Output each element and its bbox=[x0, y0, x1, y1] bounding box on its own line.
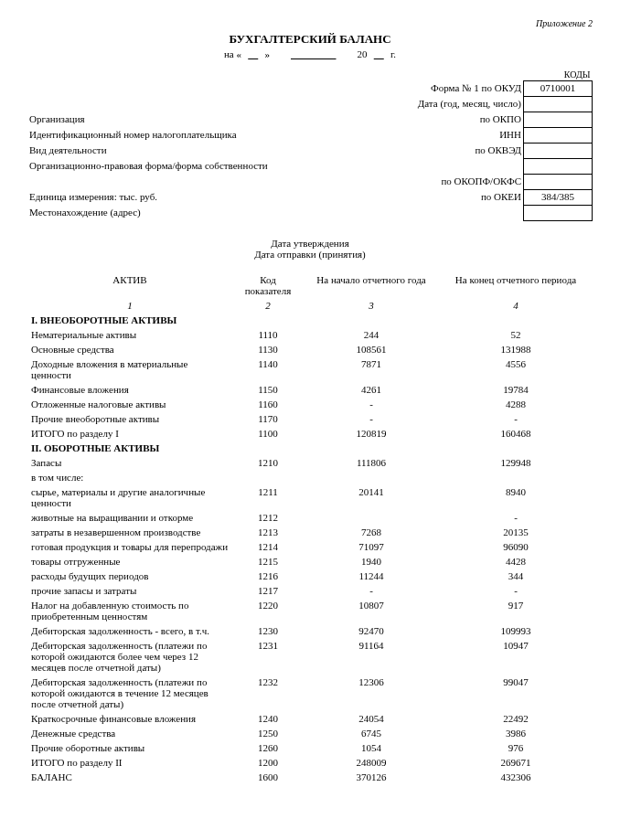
table-row: товары отгруженные121519404428 bbox=[27, 554, 593, 569]
row-code: 1110 bbox=[232, 327, 304, 342]
row-value-end: 269671 bbox=[439, 755, 593, 770]
table-row: Прочие оборотные активы12601054976 bbox=[27, 740, 593, 755]
row-code: 1214 bbox=[232, 539, 304, 554]
row-code: 1140 bbox=[232, 356, 304, 382]
row-code: 1130 bbox=[232, 342, 304, 356]
table-row: Отложенные налоговые активы1160-4288 bbox=[27, 397, 593, 411]
date-day-blank[interactable] bbox=[244, 48, 262, 59]
row-code: 1200 bbox=[232, 755, 304, 770]
row-value-end: - bbox=[439, 411, 593, 426]
row-name: животные на выращивании и откорме bbox=[27, 510, 232, 525]
row-value-end: 96090 bbox=[439, 539, 593, 554]
date-mid: » bbox=[265, 48, 271, 59]
row-value-end: 976 bbox=[439, 740, 593, 755]
meta-mid: по ОКВЭД bbox=[370, 144, 523, 159]
row-value-end: 4288 bbox=[439, 397, 593, 411]
row-name: Нематериальные активы bbox=[27, 327, 232, 342]
row-value-end: 3986 bbox=[439, 726, 593, 740]
meta-left: Единица измерения: тыс. руб. bbox=[27, 190, 370, 206]
table-row: Денежные средства125067453986 bbox=[27, 726, 593, 740]
meta-code-cell[interactable] bbox=[524, 175, 593, 190]
meta-code-cell[interactable] bbox=[524, 206, 593, 221]
row-code: 1230 bbox=[232, 623, 304, 638]
meta-left: Организация bbox=[27, 112, 370, 128]
meta-left bbox=[27, 81, 370, 97]
section-header: I. ВНЕОБОРОТНЫЕ АКТИВЫ bbox=[27, 313, 593, 327]
col-header-code: Код показателя bbox=[232, 272, 304, 298]
meta-left bbox=[27, 97, 370, 112]
codes-header: КОДЫ bbox=[524, 69, 593, 81]
row-value-start: 11244 bbox=[304, 569, 439, 583]
row-value-end: 20135 bbox=[439, 525, 593, 539]
row-code: 1216 bbox=[232, 569, 304, 583]
row-code: 1211 bbox=[232, 484, 304, 510]
row-value-start: 12306 bbox=[304, 675, 439, 711]
date-year-prefix: 20 bbox=[358, 48, 368, 59]
col-header-asset: АКТИВ bbox=[27, 272, 232, 298]
table-row: Запасы1210111806129948 bbox=[27, 455, 593, 470]
meta-code-cell[interactable] bbox=[524, 97, 593, 112]
row-value-end: 4556 bbox=[439, 356, 593, 382]
meta-left: Местонахождение (адрес) bbox=[27, 206, 370, 221]
row-code: 1215 bbox=[232, 554, 304, 569]
colnum-2: 2 bbox=[232, 298, 304, 313]
row-code: 1260 bbox=[232, 740, 304, 755]
table-row: Дебиторская задолженность (платежи по ко… bbox=[27, 675, 593, 711]
meta-code-cell[interactable] bbox=[524, 112, 593, 128]
meta-code-cell[interactable]: 384/385 bbox=[524, 190, 593, 206]
meta-mid: по ОКЕИ bbox=[370, 190, 523, 206]
row-value-start: - bbox=[304, 583, 439, 598]
row-value-start: 7268 bbox=[304, 525, 439, 539]
row-value-end: 19784 bbox=[439, 382, 593, 397]
meta-mid bbox=[370, 206, 523, 221]
row-value-end: 160468 bbox=[439, 426, 593, 441]
appendix-label: Приложение 2 bbox=[27, 18, 593, 28]
date-month-blank[interactable] bbox=[273, 48, 355, 59]
row-code: 1170 bbox=[232, 411, 304, 426]
row-name: Краткосрочные финансовые вложения bbox=[27, 711, 232, 726]
row-name: Денежные средства bbox=[27, 726, 232, 740]
row-value-start: - bbox=[304, 397, 439, 411]
meta-code-cell[interactable] bbox=[524, 144, 593, 159]
table-row: ИТОГО по разделу I1100120819160468 bbox=[27, 426, 593, 441]
table-row: готовая продукция и товары для перепрода… bbox=[27, 539, 593, 554]
table-row: сырье, материалы и другие аналогичные це… bbox=[27, 484, 593, 510]
row-name: Налог на добавленную стоимость по приобр… bbox=[27, 598, 232, 623]
row-value-end: 131988 bbox=[439, 342, 593, 356]
row-value-end: 344 bbox=[439, 569, 593, 583]
meta-left: Вид деятельности bbox=[27, 144, 370, 159]
row-code bbox=[232, 470, 304, 484]
row-value-end: 917 bbox=[439, 598, 593, 623]
meta-mid: по ОКПО bbox=[370, 112, 523, 128]
date-prefix: на « bbox=[224, 48, 241, 59]
row-value-end: 4428 bbox=[439, 554, 593, 569]
dispatch-date-label: Дата отправки (принятия) bbox=[27, 249, 593, 260]
row-code: 1210 bbox=[232, 455, 304, 470]
row-value-end: 52 bbox=[439, 327, 593, 342]
date-year-blank[interactable] bbox=[369, 48, 388, 59]
row-value-start: 6745 bbox=[304, 726, 439, 740]
row-name: БАЛАНС bbox=[27, 770, 232, 784]
row-value-end: 99047 bbox=[439, 675, 593, 711]
table-row: Финансовые вложения1150426119784 bbox=[27, 382, 593, 397]
header-meta-table: КОДЫ Форма № 1 по ОКУД0710001Дата (год, … bbox=[27, 69, 593, 221]
meta-code-cell[interactable]: 0710001 bbox=[524, 81, 593, 97]
date-line: на « » 20 г. bbox=[27, 48, 593, 59]
row-name: товары отгруженные bbox=[27, 554, 232, 569]
meta-mid: по ОКОПФ/ОКФС bbox=[370, 175, 523, 190]
row-value-end: 22492 bbox=[439, 711, 593, 726]
row-name: прочие запасы и затраты bbox=[27, 583, 232, 598]
row-value-end: - bbox=[439, 510, 593, 525]
colnum-4: 4 bbox=[439, 298, 593, 313]
row-name: Прочие оборотные активы bbox=[27, 740, 232, 755]
row-code: 1217 bbox=[232, 583, 304, 598]
row-value-start: 248009 bbox=[304, 755, 439, 770]
col-header-end: На конец отчетного периода bbox=[439, 272, 593, 298]
row-name: Запасы bbox=[27, 455, 232, 470]
row-name: затраты в незавершенном производстве bbox=[27, 525, 232, 539]
row-name: Отложенные налоговые активы bbox=[27, 397, 232, 411]
meta-mid: Дата (год, месяц, число) bbox=[370, 97, 523, 112]
row-name: в том числе: bbox=[27, 470, 232, 484]
meta-code-cell[interactable] bbox=[524, 159, 593, 175]
meta-code-cell[interactable] bbox=[524, 128, 593, 144]
